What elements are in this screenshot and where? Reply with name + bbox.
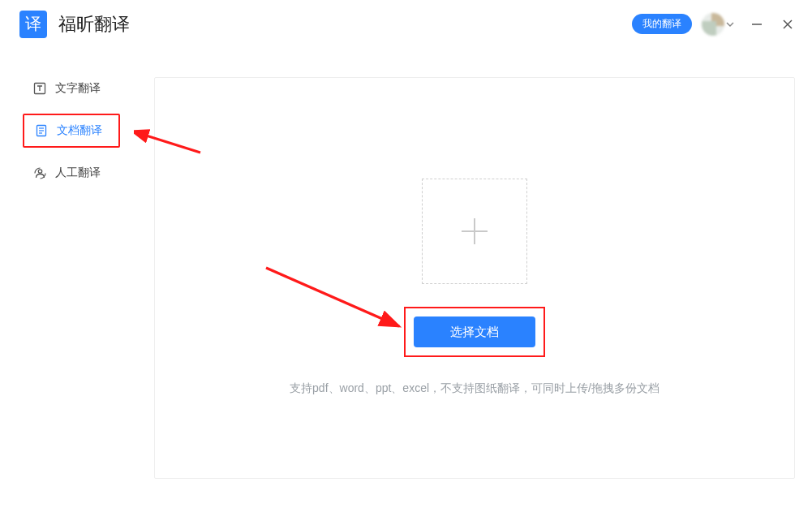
content-wrap: 文字翻译 文档翻译 人工翻译: [0, 49, 812, 521]
sidebar-item-human-translate[interactable]: 人工翻译: [23, 157, 120, 188]
minimize-button[interactable]: [749, 16, 765, 32]
upload-card: 选择文档 支持pdf、word、ppt、excel，不支持图纸翻译，可同时上传/…: [154, 77, 795, 479]
svg-point-8: [38, 169, 41, 172]
sidebar-item-text-translate[interactable]: 文字翻译: [23, 73, 120, 104]
select-file-button[interactable]: 选择文档: [414, 316, 535, 347]
text-translate-icon: [32, 81, 47, 96]
avatar-icon: [702, 13, 724, 36]
app-title: 福昕翻译: [58, 12, 130, 37]
sidebar-item-label: 文档翻译: [57, 123, 102, 138]
my-translate-button[interactable]: 我的翻译: [632, 14, 692, 34]
user-avatar-dropdown[interactable]: [702, 13, 734, 36]
chevron-down-icon: [726, 20, 734, 28]
supported-formats-hint: 支持pdf、word、ppt、excel，不支持图纸翻译，可同时上传/拖拽多份文…: [290, 381, 659, 396]
human-translate-icon: [32, 166, 47, 180]
titlebar: 译 福昕翻译 我的翻译: [0, 0, 812, 49]
plus-icon: [457, 213, 492, 249]
sidebar-item-label: 文字翻译: [55, 81, 101, 96]
file-dropzone[interactable]: [422, 179, 527, 284]
close-button[interactable]: [780, 16, 796, 32]
sidebar-item-label: 人工翻译: [55, 166, 101, 180]
sidebar-item-doc-translate[interactable]: 文档翻译: [23, 114, 120, 148]
sidebar: 文字翻译 文档翻译 人工翻译: [0, 49, 146, 521]
minimize-icon: [751, 19, 763, 30]
close-icon: [782, 19, 793, 30]
titlebar-right: 我的翻译: [632, 13, 796, 36]
app-logo-icon: 译: [19, 11, 47, 38]
doc-translate-icon: [34, 123, 49, 138]
select-button-highlight: 选择文档: [404, 307, 545, 357]
main-panel: 选择文档 支持pdf、word、ppt、excel，不支持图纸翻译，可同时上传/…: [146, 49, 812, 521]
